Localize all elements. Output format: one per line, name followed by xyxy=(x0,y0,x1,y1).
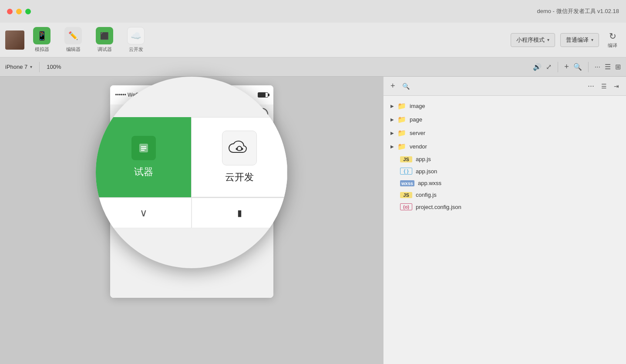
cloud-dev-label: 云开发 xyxy=(129,46,143,53)
file-panel: + 🔍 ··· ☰ ⇥ ▶ 📁 image ▶ 📁 page ▶ 📁 serve xyxy=(383,77,626,364)
divider-3 xyxy=(588,62,589,72)
mag-bottom-left-cell[interactable]: ∨ xyxy=(96,198,192,228)
toolbar-right: 小程序模式 ▾ 普通编译 ▾ ↻ 编译 xyxy=(511,29,621,51)
window-title: demo - 微信开发者工具 v1.02.18 xyxy=(537,7,619,15)
file-item-app-wxss[interactable]: wxss app.wxss xyxy=(384,177,626,189)
debugger-button[interactable]: ⬛ 调试器 xyxy=(91,24,118,55)
battery-status-icon: ▮ xyxy=(237,208,242,218)
magnifier-content: 试器 云开发 xyxy=(96,117,287,228)
badge-app-wxss: wxss xyxy=(400,180,414,186)
chevron-down-icon: ∨ xyxy=(140,207,148,219)
debugger-label: 调试器 xyxy=(98,46,112,53)
editor-icon: ✏️ xyxy=(64,27,82,44)
new-file-button[interactable]: + xyxy=(389,80,397,92)
badge-config-js: JS xyxy=(400,192,412,198)
folder-arrow-server: ▶ xyxy=(390,131,394,135)
more-icon[interactable]: ··· xyxy=(595,63,600,71)
program-mode-dropdown[interactable]: 小程序模式 ▾ xyxy=(511,33,555,47)
folder-name-page: page xyxy=(410,116,422,123)
filename-app-js: app.js xyxy=(416,156,431,162)
file-list: ▶ 📁 image ▶ 📁 page ▶ 📁 server ▶ 📁 vendor xyxy=(384,96,626,216)
cloud-dev-button[interactable]: ☁️ 云开发 xyxy=(122,24,150,55)
refresh-icon: ↻ xyxy=(609,31,616,41)
simulator-button[interactable]: 📱 模拟器 xyxy=(28,24,56,55)
cloud-dev-icon: ☁️ xyxy=(127,27,145,44)
editor-button[interactable]: ✏️ 编辑器 xyxy=(59,24,87,55)
fullscreen-button[interactable] xyxy=(25,9,31,14)
zoom-selector[interactable]: 100% xyxy=(47,64,61,70)
mag-cloud-dev-cell[interactable]: 云开发 xyxy=(191,117,287,197)
cloud-dev-mag-icon xyxy=(222,131,257,165)
mag-bottom-row: ∨ ▮ xyxy=(96,197,287,228)
collapse-button[interactable]: ⇥ xyxy=(612,81,621,91)
svg-rect-3 xyxy=(141,150,145,151)
filename-config-js: config.js xyxy=(416,192,437,198)
program-mode-arrow: ▾ xyxy=(547,37,549,42)
editor-label: 编辑器 xyxy=(66,46,81,53)
folder-item-page[interactable]: ▶ 📁 page xyxy=(384,113,626,126)
device-bar: iPhone 7 ▾ 100% 🔊 ⤢ + 🔍 ··· ☰ ⊞ xyxy=(0,57,626,77)
mag-debugger-cell[interactable]: 试器 xyxy=(96,117,191,197)
badge-app-json: { } xyxy=(400,168,412,175)
mag-top-row: 试器 云开发 xyxy=(96,117,287,197)
more-options-button[interactable]: ··· xyxy=(586,80,596,92)
refresh-label: 编译 xyxy=(608,42,617,49)
traffic-lights xyxy=(7,9,31,14)
folder-icon-vendor: 📁 xyxy=(397,142,406,151)
device-arrow-icon: ▾ xyxy=(30,64,32,69)
toolbar: 📱 模拟器 ✏️ 编辑器 ⬛ 调试器 ☁️ 云开发 小程序模式 ▾ 普通编译 ▾… xyxy=(0,23,626,57)
filename-project-config: project.config.json xyxy=(416,204,461,210)
debugger-cell-icon xyxy=(131,136,156,160)
folder-icon-server: 📁 xyxy=(397,129,406,137)
svg-rect-1 xyxy=(141,146,146,147)
compile-mode-arrow: ▾ xyxy=(591,37,593,42)
folder-arrow-page: ▶ xyxy=(390,117,394,122)
title-bar: demo - 微信开发者工具 v1.02.18 xyxy=(0,0,626,23)
folder-name-server: server xyxy=(410,130,425,136)
program-mode-label: 小程序模式 xyxy=(516,36,545,44)
simulator-panel: •••••• WeChat 📶 小程序接口... xyxy=(0,77,383,364)
battery-icon xyxy=(258,92,268,98)
mag-debugger-label: 试器 xyxy=(134,165,153,179)
rotate-icon[interactable]: ⤢ xyxy=(546,63,552,71)
simulator-icon: 📱 xyxy=(33,27,50,44)
avatar xyxy=(5,30,24,50)
folder-icon-image: 📁 xyxy=(397,102,406,110)
layout-toggle-button[interactable]: ☰ xyxy=(599,81,609,91)
file-item-app-js[interactable]: JS app.js xyxy=(384,153,626,165)
folder-arrow-vendor: ▶ xyxy=(390,144,394,149)
search-icon[interactable]: 🔍 xyxy=(573,63,582,71)
file-item-config-js[interactable]: JS config.js xyxy=(384,189,626,201)
divider-2 xyxy=(558,62,558,72)
cloud-dev-svg xyxy=(228,140,251,156)
file-item-app-json[interactable]: { } app.json xyxy=(384,165,626,177)
svg-rect-2 xyxy=(141,148,146,149)
badge-app-js: JS xyxy=(400,156,412,162)
folder-icon-page: 📁 xyxy=(397,115,406,124)
sound-icon[interactable]: 🔊 xyxy=(533,63,542,71)
file-panel-toolbar: + 🔍 ··· ☰ ⇥ xyxy=(384,77,626,96)
folder-item-image[interactable]: ▶ 📁 image xyxy=(384,99,626,113)
close-button[interactable] xyxy=(7,9,13,14)
debugger-icon: ⬛ xyxy=(96,27,113,44)
layout-icon[interactable]: ☰ xyxy=(605,63,611,71)
filename-app-json: app.json xyxy=(416,168,437,175)
zoom-level: 100% xyxy=(47,64,61,70)
sidebar-icon[interactable]: ⊞ xyxy=(615,63,621,71)
debugger-svg xyxy=(138,142,150,154)
device-name: iPhone 7 xyxy=(5,64,27,70)
compile-mode-dropdown[interactable]: 普通编译 ▾ xyxy=(560,33,599,47)
add-icon[interactable]: + xyxy=(564,62,569,71)
magnifier-overlay: 试器 云开发 xyxy=(96,77,287,268)
main-area: •••••• WeChat 📶 小程序接口... xyxy=(0,77,626,364)
minimize-button[interactable] xyxy=(16,9,22,14)
folder-item-server[interactable]: ▶ 📁 server xyxy=(384,126,626,140)
refresh-button[interactable]: ↻ 编译 xyxy=(604,29,621,51)
search-file-button[interactable]: 🔍 xyxy=(401,81,411,91)
avatar-image xyxy=(5,30,24,50)
file-item-project-config[interactable]: (o) project.config.json xyxy=(384,201,626,213)
folder-item-vendor[interactable]: ▶ 📁 vendor xyxy=(384,140,626,153)
device-selector[interactable]: iPhone 7 ▾ xyxy=(5,64,32,70)
mag-cloud-dev-label: 云开发 xyxy=(225,171,254,184)
folder-name-vendor: vendor xyxy=(410,143,427,150)
